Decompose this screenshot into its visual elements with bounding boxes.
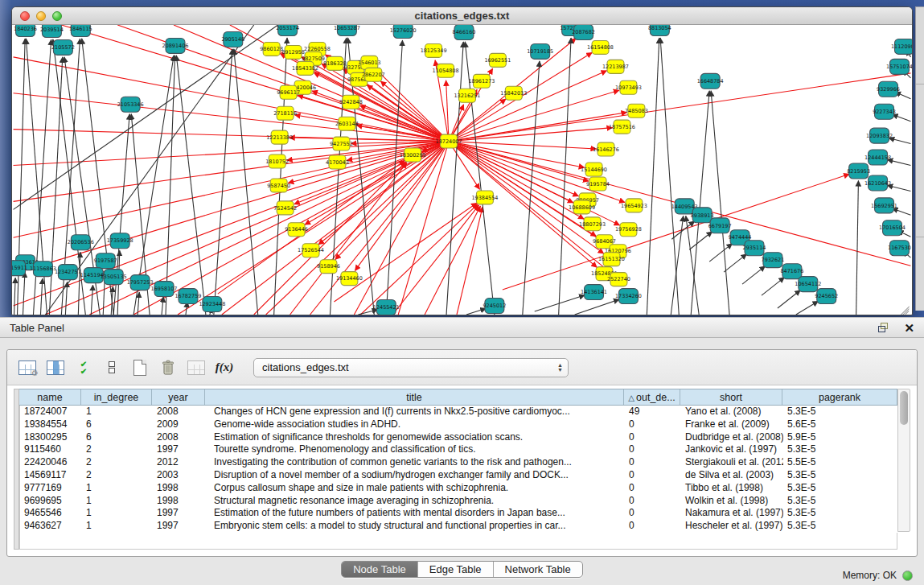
network-node[interactable]: 12342757 xyxy=(55,265,81,280)
row-height-icon[interactable] xyxy=(101,357,122,378)
network-node[interactable]: 15144690 xyxy=(581,163,607,176)
network-node[interactable]: 13505135 xyxy=(101,270,127,285)
network-node[interactable]: 4170043 xyxy=(326,155,349,169)
select-columns-icon[interactable]: ✔✔ xyxy=(73,357,94,378)
table-row[interactable]: 1938455462009Genome-wide association stu… xyxy=(20,418,897,431)
network-node[interactable]: 2039514 xyxy=(40,25,64,37)
network-node[interactable]: 2603144 xyxy=(335,117,359,130)
network-node[interactable]: 12923448 xyxy=(199,297,225,312)
network-node[interactable]: 6679197 xyxy=(708,218,732,233)
network-node[interactable]: 9245012 xyxy=(483,299,506,314)
table-row[interactable]: 969969511998Structural magnetic resonanc… xyxy=(20,495,897,508)
network-node[interactable]: 3915911 xyxy=(12,261,27,276)
minimize-traffic-light-icon[interactable] xyxy=(36,11,46,21)
network-node[interactable]: 18125349 xyxy=(421,43,447,57)
network-node[interactable]: 1846115 xyxy=(69,25,92,36)
network-node[interactable]: 12093832 xyxy=(866,128,893,143)
network-node[interactable]: 9245652 xyxy=(815,289,838,304)
zoom-traffic-light-icon[interactable] xyxy=(52,11,62,21)
network-node[interactable]: 9227343 xyxy=(873,104,896,119)
network-node[interactable]: 19134460 xyxy=(336,272,363,286)
network-node[interactable]: 9329966 xyxy=(877,81,900,97)
column-header-year[interactable]: year xyxy=(152,389,205,405)
network-node[interactable]: 16648784 xyxy=(697,73,724,89)
network-node[interactable]: 17526544 xyxy=(298,244,324,257)
network-node[interactable]: 17359928 xyxy=(107,233,133,249)
network-node[interactable]: 15276020 xyxy=(390,25,417,38)
network-node[interactable]: 16154808 xyxy=(587,40,614,54)
network-node[interactable]: 10653287 xyxy=(334,25,360,35)
function-builder-icon[interactable]: f(x) xyxy=(214,357,235,378)
network-node[interactable]: 12213383 xyxy=(266,130,293,144)
table-row[interactable]: 911546021997Tourette syndrome. Phenomeno… xyxy=(20,443,897,456)
column-header-title[interactable]: title xyxy=(205,389,624,405)
network-node[interactable]: 19654923 xyxy=(621,199,647,212)
network-node[interactable]: 7524542 xyxy=(273,201,297,215)
network-node[interactable]: 2862207 xyxy=(362,68,385,81)
network-node[interactable]: 1546013 xyxy=(358,56,381,69)
close-panel-icon[interactable]: ✕ xyxy=(904,323,914,333)
network-node[interactable]: 21053346 xyxy=(117,97,144,112)
network-node[interactable]: 8466160 xyxy=(453,25,476,39)
network-node[interactable]: 17334260 xyxy=(615,289,642,304)
table-row[interactable]: 946554611997Estimation of the future num… xyxy=(20,507,897,520)
network-node[interactable]: 10719185 xyxy=(527,43,553,59)
outer-scrollbar-strip[interactable] xyxy=(915,6,924,311)
network-node[interactable]: 9136446 xyxy=(285,223,308,237)
network-node[interactable]: 12213987 xyxy=(602,60,629,73)
network-node[interactable]: 16958107 xyxy=(151,282,178,297)
network-node[interactable]: 15842033 xyxy=(500,86,527,100)
network-node[interactable]: 8215953 xyxy=(847,163,870,179)
column-header-outde[interactable]: △out_de... xyxy=(624,389,680,405)
network-node[interactable]: 17957253 xyxy=(127,275,154,290)
close-traffic-light-icon[interactable] xyxy=(20,11,30,21)
network-node[interactable]: 18757516 xyxy=(609,120,635,134)
float-panel-icon[interactable] xyxy=(878,323,889,333)
network-node[interactable]: 16782759 xyxy=(175,289,201,304)
table-vertical-scrollbar[interactable] xyxy=(897,389,910,532)
network-node[interactable]: 16962551 xyxy=(484,53,511,67)
column-header-short[interactable]: short xyxy=(680,389,782,405)
network-node[interactable]: 12455421 xyxy=(373,300,400,315)
network-node[interactable]: 2522740 xyxy=(607,273,630,286)
network-node[interactable]: 20206536 xyxy=(68,235,94,250)
network-node[interactable]: 2905148 xyxy=(221,31,244,47)
network-node[interactable]: 14136141 xyxy=(581,285,607,300)
network-node[interactable]: 7932621 xyxy=(762,253,785,268)
network-canvas[interactable]: 1872400718300295193845549860128891295822… xyxy=(12,25,912,315)
table-settings-icon[interactable]: ⚙ xyxy=(17,357,38,378)
network-node[interactable]: 16210643 xyxy=(864,175,891,191)
network-node[interactable]: 20891406 xyxy=(162,38,189,53)
window-titlebar[interactable]: citations_edges.txt xyxy=(12,7,912,25)
network-node[interactable]: 1840236 xyxy=(14,25,37,36)
table-row[interactable]: 1456911722003Disruption of a novel membe… xyxy=(20,469,897,482)
network-node[interactable]: 9197587 xyxy=(94,253,117,269)
network-node[interactable]: 12444158 xyxy=(864,150,891,165)
show-columns-icon[interactable] xyxy=(45,357,66,378)
network-node[interactable]: 8813054 xyxy=(648,25,671,35)
network-node[interactable]: 16146276 xyxy=(593,142,619,156)
network-window[interactable]: citations_edges.txt 18724007183002951938… xyxy=(11,6,913,315)
network-node[interactable]: 9696117 xyxy=(277,85,300,99)
network-node[interactable]: 9587450 xyxy=(267,179,290,192)
network-node[interactable]: 1810752 xyxy=(265,154,289,168)
network-node[interactable]: 8186328 xyxy=(323,56,347,70)
network-node[interactable]: 9427552 xyxy=(330,137,353,150)
network-graph[interactable]: 1872400718300295193845549860128891295822… xyxy=(12,25,912,315)
network-node[interactable]: 10654112 xyxy=(795,277,821,292)
scrollbar-thumb[interactable] xyxy=(900,391,908,425)
network-node[interactable]: 2935114 xyxy=(743,241,766,256)
network-node[interactable]: 2718116 xyxy=(273,106,297,120)
network-node[interactable]: 19384554 xyxy=(471,191,498,204)
table-row[interactable]: 2242004622012Investigating the contribut… xyxy=(20,456,897,469)
column-header-pagerank[interactable]: pagerank xyxy=(782,389,897,405)
network-node[interactable]: 9242848 xyxy=(339,95,363,109)
network-node[interactable]: 7485083 xyxy=(625,104,648,117)
network-node[interactable]: 2053174 xyxy=(276,25,299,35)
table-row[interactable]: 977716911998Corpus callosum shape and si… xyxy=(20,482,897,495)
network-node[interactable]: 15751074 xyxy=(886,59,912,74)
network-node[interactable]: 8471676 xyxy=(780,264,803,279)
network-node[interactable]: 11120905 xyxy=(891,39,912,54)
network-node[interactable]: 15692951 xyxy=(871,198,897,213)
network-node[interactable]: 1167530 xyxy=(888,241,911,256)
